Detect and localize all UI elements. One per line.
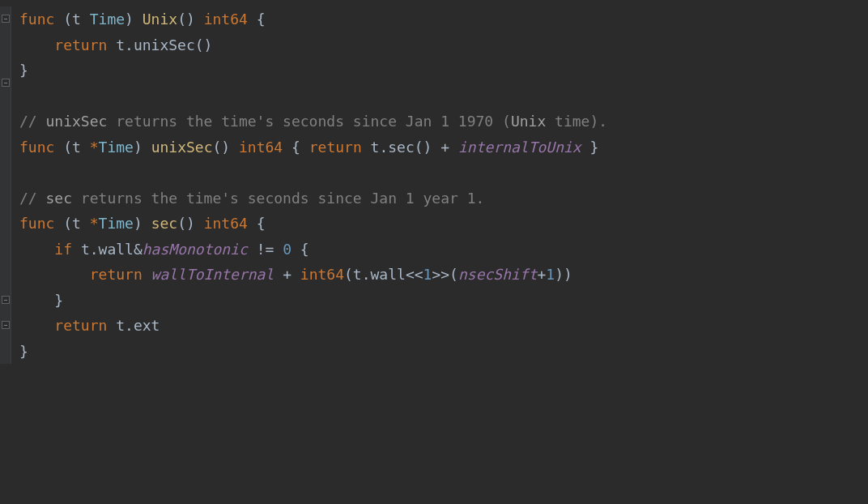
fold-marker[interactable] [2,79,10,87]
code-line: if t.wall&hasMonotonic != 0 { [19,237,868,263]
type-Time: Time [99,215,134,232]
type-Time: Time [99,139,134,156]
code-line: } [19,288,868,314]
fold-marker[interactable] [2,321,10,329]
code-line: } [19,339,868,365]
code-line-comment: // sec returns the time's seconds since … [19,186,868,211]
keyword-return: return [54,36,107,53]
code-line: } [19,58,868,83]
fold-marker[interactable] [2,15,10,23]
keyword-return: return [309,139,362,156]
code-line-blank [19,83,868,109]
type-int64: int64 [204,11,248,28]
func-unixSec: unixSec [151,139,213,156]
code-line: return t.ext [19,313,868,339]
func-sec: sec [151,215,178,232]
const-internalToUnix: internalToUnix [458,139,581,156]
const-wallToInternal: wallToInternal [151,266,274,283]
fold-gutter [0,6,11,364]
const-nsecShift: nsecShift [458,266,538,283]
code-line: return t.unixSec() [19,32,868,58]
fold-marker[interactable] [2,296,10,304]
code-line: func (t *Time) unixSec() int64 { return … [19,135,868,160]
code-line-comment: // unixSec returns the time's seconds si… [19,109,868,135]
keyword-func: func [19,11,54,28]
code-line: func (t *Time) sec() int64 { [19,211,868,237]
keyword-func: func [19,215,54,232]
type-int64: int64 [204,215,248,232]
const-hasMonotonic: hasMonotonic [143,241,248,258]
code-line-blank [19,160,868,186]
keyword-return: return [90,266,143,283]
keyword-if: if [54,241,72,258]
keyword-func: func [19,139,54,156]
type-Time: Time [90,11,125,28]
code-line: func (t Time) Unix() int64 { [19,6,868,32]
code-editor: func (t Time) Unix() int64 { return t.un… [0,6,868,364]
code-line: return wallToInternal + int64(t.wall<<1>… [19,262,868,288]
func-Unix: Unix [143,11,177,28]
type-int64: int64 [239,139,283,156]
keyword-return: return [54,317,107,334]
